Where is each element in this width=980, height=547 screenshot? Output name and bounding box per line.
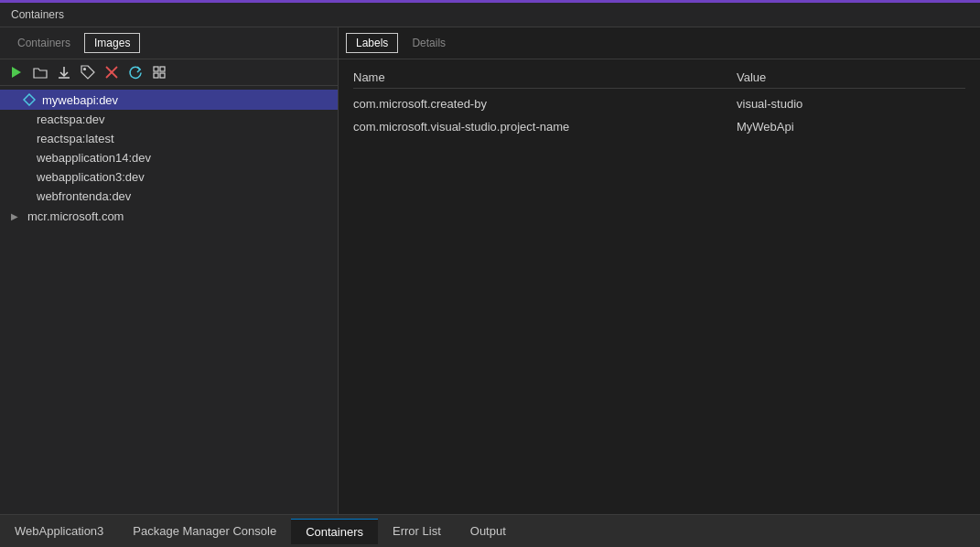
pull-button[interactable]: [55, 63, 73, 81]
tree-item-mcr[interactable]: ▶ mcr.microsoft.com: [0, 206, 338, 226]
bottom-tab-bar: WebApplication3 Package Manager Console …: [0, 514, 980, 547]
cell-name-1: com.microsoft.visual-studio.project-name: [353, 120, 737, 134]
remove-button[interactable]: [102, 63, 121, 81]
svg-rect-7: [160, 67, 165, 71]
tree-item-reactspa-dev[interactable]: reactspa:dev: [0, 110, 338, 129]
svg-rect-8: [154, 73, 158, 78]
tab-containers[interactable]: Containers: [7, 33, 81, 53]
tag-button[interactable]: [79, 63, 97, 81]
right-tab-bar: Labels Details: [339, 27, 980, 59]
left-panel: Containers Images: [0, 27, 339, 514]
bottom-tab-webapplication3[interactable]: WebApplication3: [0, 519, 118, 543]
right-panel: Labels Details Name Value com.microsoft.…: [339, 27, 980, 514]
cell-value-1: MyWebApi: [737, 120, 965, 134]
title-text: Containers: [11, 8, 64, 21]
run-button[interactable]: [7, 63, 26, 81]
col-name-header: Name: [353, 70, 737, 84]
tree-item-label: webfrontenda:dev: [37, 189, 131, 203]
table-row: com.microsoft.visual-studio.project-name…: [353, 115, 965, 138]
tab-images[interactable]: Images: [84, 33, 140, 53]
bottom-tab-package-manager[interactable]: Package Manager Console: [118, 519, 291, 543]
col-value-header: Value: [737, 70, 965, 84]
tree-item-webfrontenda[interactable]: webfrontenda:dev: [0, 187, 338, 206]
svg-rect-9: [160, 73, 165, 78]
svg-marker-0: [12, 67, 21, 78]
refresh-button[interactable]: [126, 63, 145, 81]
tree-item-label: reactspa:latest: [37, 132, 114, 145]
bottom-tab-containers[interactable]: Containers: [291, 519, 378, 544]
layers-button[interactable]: [150, 63, 168, 81]
left-tab-bar: Containers Images: [0, 27, 338, 59]
open-folder-button[interactable]: [31, 63, 49, 81]
tree-item-label: webapplication14:dev: [37, 151, 151, 165]
expand-icon[interactable]: ▶: [7, 209, 22, 223]
tree-item-label: webapplication3:dev: [37, 170, 145, 184]
svg-point-3: [84, 69, 86, 70]
bottom-tab-output[interactable]: Output: [456, 519, 521, 543]
tree-item-reactspa-latest[interactable]: reactspa:latest: [0, 129, 338, 148]
diamond-icon: [22, 92, 37, 107]
svg-rect-6: [154, 67, 158, 71]
cell-name-0: com.microsoft.created-by: [353, 97, 737, 111]
tree-item-label: mcr.microsoft.com: [27, 209, 124, 223]
table-header: Name Value: [353, 67, 965, 89]
tree-item-label: reactspa:dev: [37, 113, 104, 126]
tree-item-webapplication3[interactable]: webapplication3:dev: [0, 167, 338, 187]
bottom-tab-error-list[interactable]: Error List: [378, 519, 456, 543]
table-row: com.microsoft.created-by visual-studio: [353, 92, 965, 115]
data-table: Name Value com.microsoft.created-by visu…: [339, 59, 980, 514]
tab-labels[interactable]: Labels: [346, 33, 398, 53]
tree-item-mywebapi[interactable]: mywebapi:dev: [0, 90, 338, 110]
main-content: Containers Images: [0, 27, 980, 514]
cell-value-0: visual-studio: [737, 97, 965, 111]
toolbar: [0, 59, 338, 86]
tree-item-label: mywebapi:dev: [42, 93, 118, 107]
tree-item-webapplication14[interactable]: webapplication14:dev: [0, 148, 338, 167]
tree-list: mywebapi:dev reactspa:dev reactspa:lates…: [0, 86, 338, 514]
tab-details[interactable]: Details: [402, 33, 456, 53]
title-bar: Containers: [0, 3, 980, 27]
